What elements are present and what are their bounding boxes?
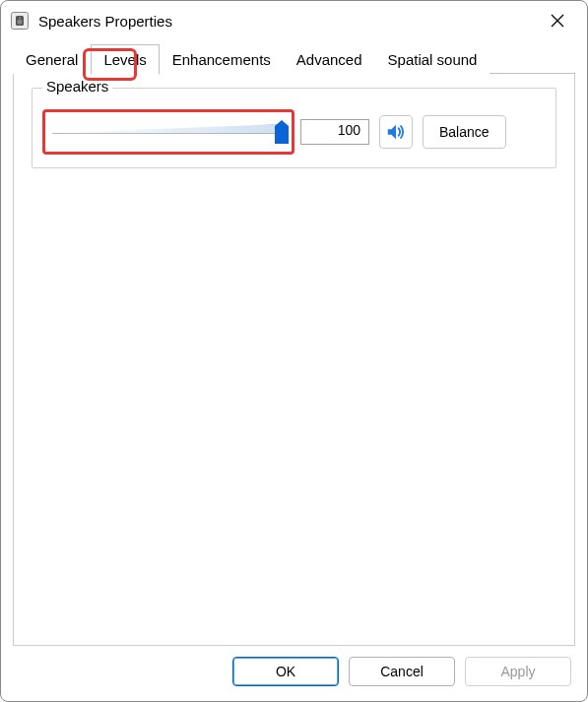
button-label: OK — [276, 664, 295, 679]
tab-label: Advanced — [296, 51, 362, 68]
volume-value[interactable]: 100 — [300, 119, 369, 145]
button-label: Cancel — [380, 664, 424, 679]
tab-spatial-sound[interactable]: Spatial sound — [375, 44, 490, 74]
balance-label: Balance — [439, 124, 490, 140]
speakers-groupbox: Speakers 100 — [32, 88, 556, 168]
balance-button[interactable]: Balance — [423, 115, 506, 149]
apply-button: Apply — [465, 657, 571, 686]
title-bar: Speakers Properties — [1, 1, 587, 40]
tab-strip: General Levels Enhancements Advanced Spa… — [1, 40, 587, 74]
speaker-icon — [11, 12, 29, 30]
close-icon — [551, 14, 564, 28]
groupbox-legend: Speakers — [42, 78, 112, 95]
tab-general[interactable]: General — [13, 44, 91, 74]
tab-enhancements[interactable]: Enhancements — [160, 44, 284, 74]
properties-dialog: Speakers Properties General Levels Enhan… — [0, 0, 588, 702]
speaker-unmuted-icon — [385, 121, 407, 143]
ok-button[interactable]: OK — [232, 657, 339, 686]
close-button[interactable] — [536, 5, 579, 36]
volume-row: 100 Balance — [46, 114, 542, 150]
svg-point-2 — [17, 19, 22, 24]
svg-marker-6 — [388, 125, 396, 140]
tab-levels[interactable]: Levels — [91, 44, 159, 75]
window-title: Speakers Properties — [38, 13, 536, 30]
cancel-button[interactable]: Cancel — [349, 657, 455, 686]
tab-label: Spatial sound — [388, 51, 478, 68]
tab-label: General — [26, 51, 78, 68]
tab-label: Levels — [103, 51, 146, 68]
tab-advanced[interactable]: Advanced — [284, 44, 375, 74]
mute-button[interactable] — [379, 115, 413, 149]
svg-point-3 — [19, 17, 21, 19]
tab-label: Enhancements — [172, 51, 271, 68]
volume-slider[interactable] — [46, 113, 291, 151]
button-label: Apply — [500, 664, 535, 679]
slider-track — [52, 124, 285, 140]
tab-page-levels: Speakers 100 — [13, 74, 575, 646]
dialog-button-row: OK Cancel Apply — [1, 652, 587, 701]
